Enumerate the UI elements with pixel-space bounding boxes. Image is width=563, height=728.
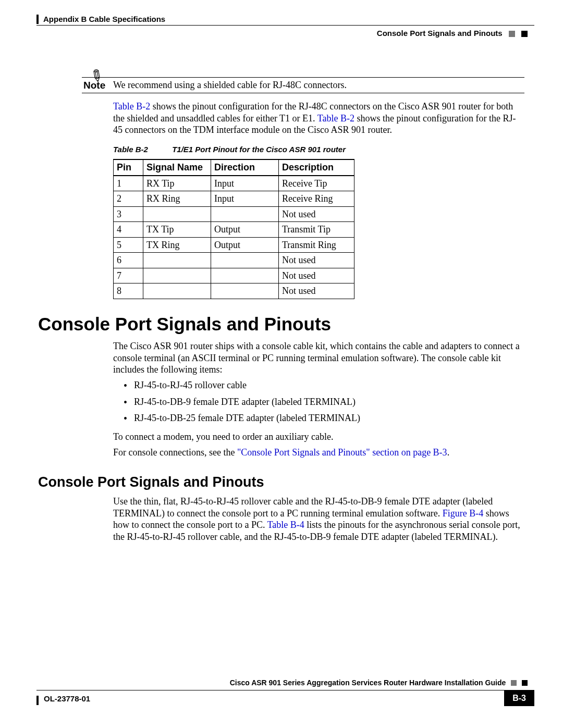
header-right: Console Port Signals and Pinouts (377, 29, 528, 39)
footer-square-icon (511, 680, 517, 686)
table-cell: Receive Ring (279, 191, 354, 207)
table-cell: Transmit Ring (279, 237, 354, 253)
table-row: 6Not used (114, 253, 354, 268)
table-cell: TX Tip (143, 222, 211, 238)
text: For console connections, see the (113, 447, 237, 458)
table-row: 4TX TipOutputTransmit Tip (114, 222, 354, 238)
table-cell: 7 (114, 268, 143, 283)
footer-title-text: Cisco ASR 901 Series Aggregation Service… (230, 678, 506, 687)
th-description: Description (279, 159, 354, 176)
section-paragraph: For console connections, see the "Consol… (113, 447, 524, 459)
table-row: 3Not used (114, 206, 354, 222)
table-cell: Transmit Tip (279, 222, 354, 238)
text: . (447, 447, 450, 458)
header-line (36, 25, 534, 26)
header-square-icon (509, 31, 515, 37)
table-cell (143, 206, 211, 222)
table-cell: Input (211, 191, 279, 207)
table-cell: Not used (279, 206, 354, 222)
footer-title: Cisco ASR 901 Series Aggregation Service… (230, 678, 528, 688)
th-direction: Direction (211, 159, 279, 176)
subsection-heading: Console Port Signals and Pinouts (38, 474, 264, 491)
table-cell: 8 (114, 283, 143, 299)
table-row: 7Not used (114, 268, 354, 283)
table-cell: Not used (279, 253, 354, 268)
link-figure-b4[interactable]: Figure B-4 (443, 508, 484, 519)
note-rule (82, 93, 524, 93)
page-number: B-3 (504, 690, 534, 706)
list-item: RJ-45-to-RJ-45 rollover cable (124, 379, 524, 391)
intro-paragraph: Table B-2 shows the pinout configuration… (113, 101, 524, 136)
table-cell: Receive Tip (279, 176, 354, 191)
subsection-paragraph: Use the thin, flat, RJ-45-to-RJ-45 rollo… (113, 496, 524, 542)
kit-list: RJ-45-to-RJ-45 rollover cableRJ-45-to-DB… (124, 379, 524, 429)
table-cell: RX Tip (143, 176, 211, 191)
note-text: We recommend using a shielded cable for … (113, 79, 524, 91)
table-cell: 2 (114, 191, 143, 207)
table-cell (211, 268, 279, 283)
list-item: RJ-45-to-DB-9 female DTE adapter (labele… (124, 396, 524, 408)
footer-left: OL-23778-01 (44, 694, 90, 704)
text: Use the thin, flat, RJ-45-to-RJ-45 rollo… (113, 496, 493, 519)
table-cell (143, 253, 211, 268)
table-cell (211, 283, 279, 299)
table-header-row: Pin Signal Name Direction Description (114, 159, 354, 176)
table-cell (143, 268, 211, 283)
link-console-section[interactable]: "Console Port Signals and Pinouts" secti… (237, 447, 447, 458)
link-table-b2[interactable]: Table B-2 (113, 101, 150, 112)
table-caption-title: T1/E1 Port Pinout for the Cisco ASR 901 … (172, 145, 346, 154)
table-cell: 1 (114, 176, 143, 191)
footer-rule (36, 696, 39, 705)
th-pin: Pin (114, 159, 143, 176)
pinout-table: Pin Signal Name Direction Description 1R… (113, 159, 354, 299)
th-signal: Signal Name (143, 159, 211, 176)
table-cell: 3 (114, 206, 143, 222)
table-cell: TX Ring (143, 237, 211, 253)
table-row: 1RX TipInputReceive Tip (114, 176, 354, 191)
footer-square-icon (522, 680, 528, 686)
table-cell: 5 (114, 237, 143, 253)
table-cell: Not used (279, 283, 354, 299)
note-label: Note (83, 79, 105, 92)
footer-line (36, 690, 534, 690)
table-cell: Input (211, 176, 279, 191)
table-cell: Not used (279, 268, 354, 283)
table-caption: Table B-2 T1/E1 Port Pinout for the Cisc… (113, 145, 346, 155)
table-cell: Output (211, 222, 279, 238)
table-cell: Output (211, 237, 279, 253)
table-cell: 6 (114, 253, 143, 268)
table-cell (211, 253, 279, 268)
table-row: 2RX RingInputReceive Ring (114, 191, 354, 207)
header-square-icon (521, 31, 528, 37)
table-row: 5TX RingOutputTransmit Ring (114, 237, 354, 253)
link-table-b2[interactable]: Table B-2 (317, 113, 354, 124)
table-row: 8Not used (114, 283, 354, 299)
section-heading: Console Port Signals and Pinouts (38, 313, 331, 336)
table-cell: RX Ring (143, 191, 211, 207)
header-rule (36, 15, 39, 24)
table-cell (211, 206, 279, 222)
section-paragraph: The Cisco ASR 901 router ships with a co… (113, 340, 524, 376)
link-table-b4[interactable]: Table B-4 (267, 520, 304, 530)
header-left: Appendix B Cable Specifications (43, 15, 165, 24)
table-caption-id: Table B-2 (113, 145, 148, 154)
table-cell (143, 283, 211, 299)
section-paragraph: To connect a modem, you need to order an… (113, 431, 524, 443)
table-cell: 4 (114, 222, 143, 238)
list-item: RJ-45-to-DB-25 female DTE adapter (label… (124, 412, 524, 424)
header-right-text: Console Port Signals and Pinouts (377, 29, 503, 38)
note-rule (82, 77, 524, 78)
